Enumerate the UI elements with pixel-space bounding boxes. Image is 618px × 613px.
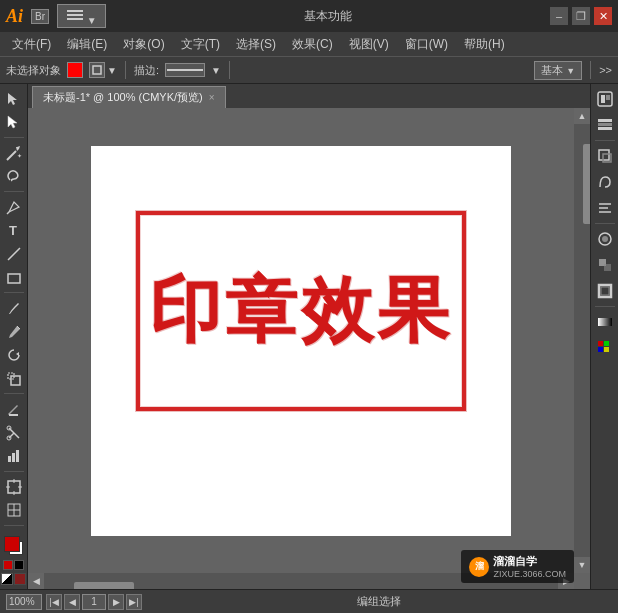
svg-rect-52	[598, 341, 603, 346]
svg-rect-35	[601, 95, 605, 103]
separator-3	[590, 61, 591, 79]
menu-edit[interactable]: 编辑(E)	[59, 34, 115, 55]
nav-last-button[interactable]: ▶|	[126, 594, 142, 610]
panel-btn-appearance[interactable]	[594, 228, 616, 250]
svg-rect-41	[603, 154, 611, 162]
page-nav: |◀ ◀ ▶ ▶|	[46, 594, 142, 610]
tool-pen[interactable]	[2, 196, 26, 218]
svg-line-12	[8, 248, 20, 260]
window-controls: – ❐ ✕	[550, 7, 612, 25]
nav-next-button[interactable]: ▶	[108, 594, 124, 610]
panel-btn-color[interactable]	[594, 88, 616, 110]
tool-scale[interactable]	[2, 368, 26, 390]
minimize-button[interactable]: –	[550, 7, 568, 25]
tool-graph[interactable]	[2, 445, 26, 467]
tool-separator-5	[4, 471, 24, 472]
tab-title: 未标题-1* @ 100% (CMYK/预览)	[43, 90, 203, 105]
more-options-btn[interactable]: >>	[599, 64, 612, 76]
nav-first-button[interactable]: |◀	[46, 594, 62, 610]
scroll-thumb-v[interactable]	[583, 144, 590, 224]
scroll-up-button[interactable]: ▲	[574, 108, 590, 124]
canvas-scroll-area[interactable]: 印章效果 ▲ ▼ ◀ ▶	[28, 108, 590, 589]
tool-type[interactable]: T	[2, 220, 26, 242]
color-swatches[interactable]	[0, 532, 28, 557]
stamp-text: 印章效果	[149, 263, 453, 359]
mini-swatches	[3, 560, 24, 570]
tool-pencil[interactable]	[2, 321, 26, 343]
menu-help[interactable]: 帮助(H)	[456, 34, 513, 55]
restore-button[interactable]: ❐	[572, 7, 590, 25]
fill-mode-btn[interactable]	[89, 62, 105, 78]
tool-slice[interactable]	[2, 499, 26, 521]
panel-btn-gradient[interactable]	[594, 311, 616, 333]
tool-separator-3	[4, 292, 24, 293]
tool-magic-wand[interactable]: ✦	[2, 142, 26, 164]
stroke-label: 描边:	[134, 63, 159, 78]
tool-direct-selection[interactable]	[2, 112, 26, 134]
zoom-input[interactable]	[6, 594, 42, 610]
options-bar: 未选择对象 ▼ 描边: ▼ 基本 ▼ >>	[0, 56, 618, 84]
tool-eraser[interactable]	[2, 398, 26, 420]
svg-rect-53	[604, 341, 609, 346]
panel-btn-stroke[interactable]	[594, 280, 616, 302]
panel-btn-symbol[interactable]	[594, 171, 616, 193]
title-bar: Ai Br ▼ 基本功能 – ❐ ✕	[0, 0, 618, 32]
stroke-arrow[interactable]: ▼	[211, 65, 221, 76]
stamp-container: 印章效果	[136, 211, 466, 411]
scroll-left-button[interactable]: ◀	[28, 573, 44, 589]
basic-arrow: ▼	[566, 66, 575, 76]
nav-prev-button[interactable]: ◀	[64, 594, 80, 610]
tool-paintbrush[interactable]	[2, 297, 26, 319]
tool-rotate[interactable]	[2, 344, 26, 366]
fill-color-swatch[interactable]	[67, 62, 83, 78]
tab-close-button[interactable]: ×	[209, 92, 215, 103]
tool-lasso[interactable]	[2, 166, 26, 188]
mini-background-swatch[interactable]	[14, 560, 24, 570]
menu-window[interactable]: 窗口(W)	[397, 34, 456, 55]
panel-btn-layers[interactable]	[594, 114, 616, 136]
tool-rect[interactable]	[2, 267, 26, 289]
status-text: 编组选择	[146, 594, 612, 609]
tool-artboard[interactable]	[2, 476, 26, 498]
right-separator-3	[595, 306, 615, 307]
panel-btn-transform[interactable]	[594, 145, 616, 167]
layout-button[interactable]: ▼	[57, 4, 106, 28]
page-number-input[interactable]	[82, 594, 106, 610]
tool-selection[interactable]	[2, 88, 26, 110]
tool-line[interactable]	[2, 243, 26, 265]
menu-text[interactable]: 文字(T)	[173, 34, 228, 55]
no-selection-label: 未选择对象	[6, 63, 61, 78]
panel-btn-swatches[interactable]	[594, 337, 616, 359]
document-tab[interactable]: 未标题-1* @ 100% (CMYK/预览) ×	[32, 86, 226, 108]
panel-btn-align[interactable]	[594, 197, 616, 219]
br-icon[interactable]: Br	[31, 9, 49, 24]
menu-select[interactable]: 选择(S)	[228, 34, 284, 55]
tool-scissors[interactable]	[2, 422, 26, 444]
title-center: 基本功能	[106, 8, 550, 25]
right-separator-2	[595, 223, 615, 224]
basic-select[interactable]: 基本 ▼	[534, 61, 582, 80]
canvas-background: 印章效果	[28, 108, 574, 573]
mini-foreground-swatch[interactable]	[3, 560, 13, 570]
right-separator-1	[595, 140, 615, 141]
svg-rect-38	[598, 123, 612, 126]
scroll-down-button[interactable]: ▼	[574, 557, 590, 573]
mask-mode-btn[interactable]	[14, 573, 26, 585]
menu-file[interactable]: 文件(F)	[4, 34, 59, 55]
zoom-control[interactable]	[6, 594, 42, 610]
menu-view[interactable]: 视图(V)	[341, 34, 397, 55]
fill-arrow[interactable]: ▼	[107, 65, 117, 76]
foreground-swatch[interactable]	[4, 536, 20, 552]
tool-separator-2	[4, 191, 24, 192]
tool-separator-6	[4, 525, 24, 526]
menu-effect[interactable]: 效果(C)	[284, 34, 341, 55]
scroll-thumb-h[interactable]	[74, 582, 134, 589]
close-button[interactable]: ✕	[594, 7, 612, 25]
vertical-scrollbar[interactable]: ▲ ▼	[574, 108, 590, 573]
menu-object[interactable]: 对象(O)	[115, 34, 172, 55]
svg-rect-13	[8, 274, 20, 283]
panel-btn-transparency[interactable]	[594, 254, 616, 276]
color-mode-btns	[1, 573, 26, 585]
stroke-indicator[interactable]	[165, 63, 205, 77]
normal-mode-btn[interactable]	[1, 573, 13, 585]
